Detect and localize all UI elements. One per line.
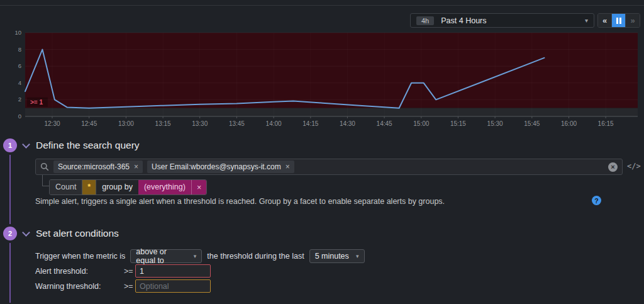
pause-button[interactable] [612, 14, 626, 27]
threshold-marker-label: >= 1 [30, 99, 43, 106]
caret-down-icon: ▾ [585, 17, 588, 24]
step-1-indicator: 1 [3, 138, 17, 152]
y-tick-label: 2 [18, 96, 21, 103]
step-connector-line [9, 155, 11, 224]
caret-down-icon: ▾ [187, 253, 197, 259]
remove-filter-icon[interactable]: × [286, 162, 290, 171]
count-star-badge[interactable]: * [82, 180, 96, 194]
x-tick-label: 13:45 [229, 120, 245, 127]
alert-threshold-input[interactable] [135, 264, 211, 278]
x-tick-label: 14:00 [266, 120, 282, 127]
step-connector-line [9, 243, 11, 303]
code-view-toggle[interactable]: </> [627, 162, 641, 171]
warning-threshold-row: Warning threshold: >= [35, 279, 211, 293]
filter-chip[interactable]: Source:microsoft-365× [53, 160, 143, 173]
step-2-indicator: 2 [3, 227, 17, 240]
remove-group-by-icon[interactable]: × [191, 180, 206, 194]
group-by-value-chip[interactable]: (everything) × [138, 180, 206, 194]
skip-forward-button[interactable]: » [626, 14, 640, 27]
trigger-prefix-label: Trigger when the metric is [35, 252, 125, 261]
trigger-middle-label: the threshold during the last [207, 252, 304, 261]
warning-threshold-input[interactable] [135, 279, 211, 293]
x-tick-label: 12:30 [44, 120, 60, 127]
y-tick-label: 8 [18, 46, 21, 53]
evaluation-window-dropdown[interactable]: 5 minutes ▾ [309, 249, 365, 263]
filter-chip-label: Source:microsoft-365 [58, 162, 130, 171]
time-range-select[interactable]: 4h Past 4 Hours ▾ [410, 13, 594, 28]
comparison-value: above or equal to [136, 247, 187, 265]
x-tick-label: 14:30 [340, 120, 355, 127]
alert-evaluation-chart: 024681012:3012:4513:0013:1513:3013:4514:… [0, 28, 644, 130]
chevron-down-icon[interactable] [22, 140, 30, 149]
time-range-label: Past 4 Hours [441, 16, 585, 25]
warning-threshold-label: Warning threshold: [35, 282, 124, 291]
count-metric-button[interactable]: Count [50, 180, 82, 194]
alert-threshold-label: Alert threshold: [35, 267, 124, 276]
section-title-search-query: Define the search query [36, 140, 140, 151]
x-tick-label: 13:15 [155, 120, 171, 127]
time-range-badge: 4h [416, 16, 434, 25]
monitor-editor-page: 4h Past 4 Hours ▾ « » 024681012:3012:451… [0, 0, 644, 304]
x-tick-label: 15:15 [450, 120, 466, 127]
x-tick-label: 14:45 [377, 120, 392, 127]
section-title-alert-conditions: Set alert conditions [36, 228, 119, 239]
query-builder-row: Count * group by (everything) × [49, 179, 207, 195]
y-tick-label: 0 [18, 113, 21, 120]
skip-back-button[interactable]: « [598, 14, 612, 27]
alert-grouping-help-text: Simple alert, triggers a single alert wh… [35, 197, 445, 206]
warning-threshold-operator: >= [124, 282, 135, 291]
chevron-down-icon[interactable] [22, 228, 30, 237]
group-by-value-label: (everything) [138, 180, 191, 194]
step-2-number: 2 [8, 230, 12, 237]
x-tick-label: 16:15 [598, 120, 614, 127]
fast-forward-icon: » [630, 16, 635, 25]
step-1-number: 1 [8, 142, 12, 149]
x-tick-label: 12:45 [81, 120, 97, 127]
y-tick-label: 4 [18, 79, 21, 86]
y-tick-label: 6 [18, 62, 21, 69]
alert-threshold-row: Alert threshold: >= [35, 264, 211, 278]
filter-chip-label: User Email:wbordes@synapsys-it.com [152, 162, 281, 171]
query-connector-line [42, 175, 49, 186]
top-divider [0, 5, 644, 6]
alert-threshold-operator: >= [124, 267, 135, 276]
x-tick-label: 13:30 [192, 120, 208, 127]
below-threshold-region [25, 108, 638, 116]
search-query-input[interactable]: Source:microsoft-365×User Email:wbordes@… [35, 159, 623, 175]
trigger-condition-row: Trigger when the metric is above or equa… [35, 249, 365, 263]
x-tick-label: 15:45 [524, 120, 540, 127]
caret-down-icon: ▾ [350, 253, 359, 259]
help-icon[interactable]: ? [592, 196, 601, 205]
filter-chip[interactable]: User Email:wbordes@synapsys-it.com× [147, 160, 294, 173]
x-tick-label: 15:00 [413, 120, 429, 127]
search-filter-chips: Source:microsoft-365×User Email:wbordes@… [53, 160, 294, 173]
search-icon [40, 162, 49, 171]
x-tick-label: 16:00 [561, 120, 577, 127]
comparison-dropdown[interactable]: above or equal to ▾ [130, 249, 202, 263]
y-tick-label: 10 [14, 29, 21, 36]
x-tick-label: 13:00 [118, 120, 134, 127]
clear-search-button[interactable]: × [608, 162, 618, 172]
remove-filter-icon[interactable]: × [134, 162, 138, 171]
x-tick-label: 15:30 [487, 120, 503, 127]
x-tick-label: 14:15 [303, 120, 318, 127]
rewind-icon: « [602, 16, 607, 25]
evaluation-window-value: 5 minutes [315, 252, 349, 261]
pause-icon [616, 18, 621, 24]
alert-region [25, 33, 638, 108]
group-by-label: group by [96, 180, 138, 194]
playback-controls: « » [597, 13, 640, 28]
